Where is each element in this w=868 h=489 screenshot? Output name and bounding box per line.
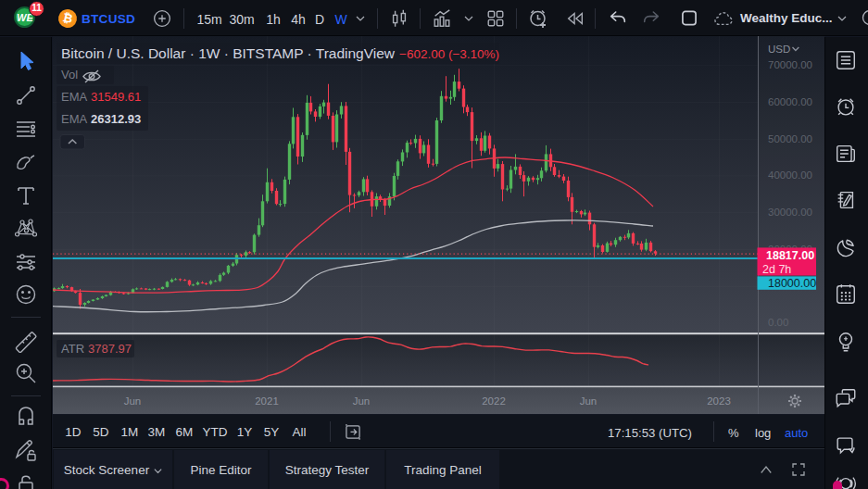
svg-text:18817.00: 18817.00 [766, 249, 814, 262]
svg-text:0.00: 0.00 [768, 317, 788, 328]
svg-text:2d 7h: 2d 7h [762, 263, 791, 276]
svg-text:60000.00: 60000.00 [768, 96, 812, 107]
svg-text:−602.00 (−3.10%): −602.00 (−3.10%) [399, 47, 499, 61]
svg-text:USD: USD [768, 44, 790, 55]
svg-text:EMA: EMA [61, 90, 88, 104]
svg-text:30000.00: 30000.00 [768, 207, 812, 218]
svg-text:2021: 2021 [255, 395, 279, 407]
svg-text:2023: 2023 [707, 395, 731, 407]
svg-text:70000.00: 70000.00 [768, 59, 812, 70]
svg-text:3787.97: 3787.97 [88, 342, 132, 356]
svg-text:Jun: Jun [580, 395, 598, 407]
svg-text:26312.93: 26312.93 [91, 112, 141, 126]
svg-text:Vol: Vol [61, 68, 78, 82]
svg-text:50000.00: 50000.00 [768, 133, 812, 144]
svg-text:40000.00: 40000.00 [768, 169, 812, 181]
svg-text:Jun: Jun [353, 395, 371, 407]
svg-text:Jun: Jun [124, 395, 142, 407]
svg-text:Bitcoin / U.S. Dollar · 1W · B: Bitcoin / U.S. Dollar · 1W · BITSTAMP · … [61, 45, 396, 61]
svg-text:EMA: EMA [61, 112, 88, 126]
svg-text:31549.61: 31549.61 [91, 90, 141, 104]
svg-text:18000.00: 18000.00 [768, 277, 816, 290]
svg-text:2022: 2022 [482, 395, 506, 407]
svg-text:ATR: ATR [61, 342, 84, 356]
